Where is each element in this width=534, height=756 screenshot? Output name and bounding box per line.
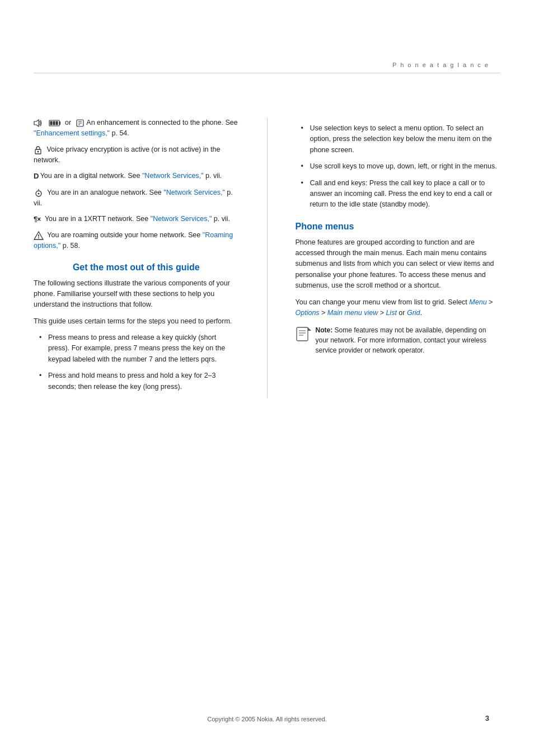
chapter-title: P h o n e a t a g l a n c e xyxy=(392,62,489,68)
left-column: or An enhancement is connected to the ph… xyxy=(34,118,239,398)
bullet-press: Press means to press and release a key q… xyxy=(39,332,239,365)
status-item-1xrtt: ¶× You are in a 1XRTT network. See "Netw… xyxy=(34,214,239,224)
svg-marker-19 xyxy=(308,327,311,331)
list-link[interactable]: List xyxy=(386,309,396,317)
note-box: Note: Some features may not be available… xyxy=(296,325,501,355)
get-most-heading-text: Get the most out of this guide xyxy=(73,262,200,272)
copyright-text: Copyright © 2005 Nokia. All rights reser… xyxy=(207,716,327,722)
speaker-icon xyxy=(34,119,44,127)
svg-marker-0 xyxy=(34,120,39,126)
note-body: Some features may not be available, depe… xyxy=(316,326,486,354)
svg-point-13 xyxy=(38,192,40,194)
status-item-analog: You are in an analogue network. See "Net… xyxy=(34,187,239,209)
guide-text: This guide uses certain terms for the st… xyxy=(34,316,239,327)
bullet-call-end-keys: Call and end keys: Press the call key to… xyxy=(301,178,501,210)
svg-point-11 xyxy=(38,151,39,152)
note-label: Note: xyxy=(316,326,333,334)
page-number: 3 xyxy=(485,714,489,722)
options-link[interactable]: Options xyxy=(296,309,320,317)
note-text-content: Note: Some features may not be available… xyxy=(316,325,501,355)
svg-rect-2 xyxy=(59,121,60,125)
svg-rect-4 xyxy=(53,121,55,125)
battery-icon xyxy=(49,119,61,127)
roaming-options-link[interactable]: "Roaming options," xyxy=(34,231,233,250)
main-menu-view-link[interactable]: Main menu view xyxy=(327,309,378,317)
bullet-press-hold: Press and hold means to press and hold a… xyxy=(39,370,239,392)
page-container: P h o n e a t a g l a n c e xyxy=(0,0,534,756)
menu-link[interactable]: Menu xyxy=(469,298,486,306)
roaming-icon xyxy=(34,231,44,240)
svg-rect-18 xyxy=(297,327,308,341)
phone-menus-text2: You can change your menu view from list … xyxy=(296,297,501,319)
note-icon xyxy=(296,326,311,342)
right-column: Use selection keys to select a menu opti… xyxy=(296,118,501,398)
gt3: > xyxy=(378,309,386,317)
lock-icon xyxy=(34,145,43,154)
note-symbol xyxy=(296,326,311,342)
period: . xyxy=(420,309,422,317)
enhancement-link[interactable]: "Enhancement settings," xyxy=(34,129,110,137)
gt1: > xyxy=(487,298,493,306)
status-item-roaming: You are roaming outside your home networ… xyxy=(34,230,239,251)
or-text: or xyxy=(397,309,407,317)
status-item-enhancement: or An enhancement is connected to the ph… xyxy=(34,118,239,139)
right-bullet-list: Use selection keys to select a menu opti… xyxy=(301,123,501,210)
svg-rect-5 xyxy=(56,121,58,125)
phone-menus-heading: Phone menus xyxy=(296,222,501,232)
column-divider xyxy=(267,118,268,398)
analog-network-link[interactable]: "Network Services," xyxy=(163,189,225,196)
page-footer: Copyright © 2005 Nokia. All rights reser… xyxy=(0,716,534,722)
main-content: or An enhancement is connected to the ph… xyxy=(0,118,534,398)
status-item-voice-privacy: Voice privacy encryption is active (or i… xyxy=(34,144,239,166)
enhancement-icons: or xyxy=(34,118,85,128)
bullet-scroll-keys: Use scroll keys to move up, down, left, … xyxy=(301,161,501,172)
digital-network-link[interactable]: "Network Services," xyxy=(142,172,204,180)
intro-text: The following sections illustrate the va… xyxy=(34,278,239,311)
left-bullet-list: Press means to press and release a key q… xyxy=(39,332,239,392)
digital-icon: D xyxy=(34,171,38,182)
get-most-section: Get the most out of this guide The follo… xyxy=(34,262,239,392)
phone-connect-icon xyxy=(75,119,85,127)
header-rule xyxy=(34,73,500,73)
svg-rect-3 xyxy=(50,121,53,125)
phone-menus-text1: Phone features are grouped according to … xyxy=(296,237,501,292)
gt2: > xyxy=(320,309,327,317)
menu-select-prefix: You can change your menu view from list … xyxy=(296,298,470,306)
status-items: or An enhancement is connected to the ph… xyxy=(34,118,239,251)
svg-point-17 xyxy=(38,237,39,238)
status-item-digital: D You are in a digital network. See "Net… xyxy=(34,171,239,182)
bullet-selection-keys: Use selection keys to select a menu opti… xyxy=(301,123,501,156)
phone-menus-section: Phone menus Phone features are grouped a… xyxy=(296,222,501,356)
grid-link[interactable]: Grid xyxy=(407,309,420,317)
get-most-heading: Get the most out of this guide xyxy=(34,262,239,273)
1xrtt-network-link[interactable]: "Network Services," xyxy=(151,215,212,223)
analog-icon xyxy=(34,189,44,198)
1xrtt-icon: ¶× xyxy=(34,215,41,223)
